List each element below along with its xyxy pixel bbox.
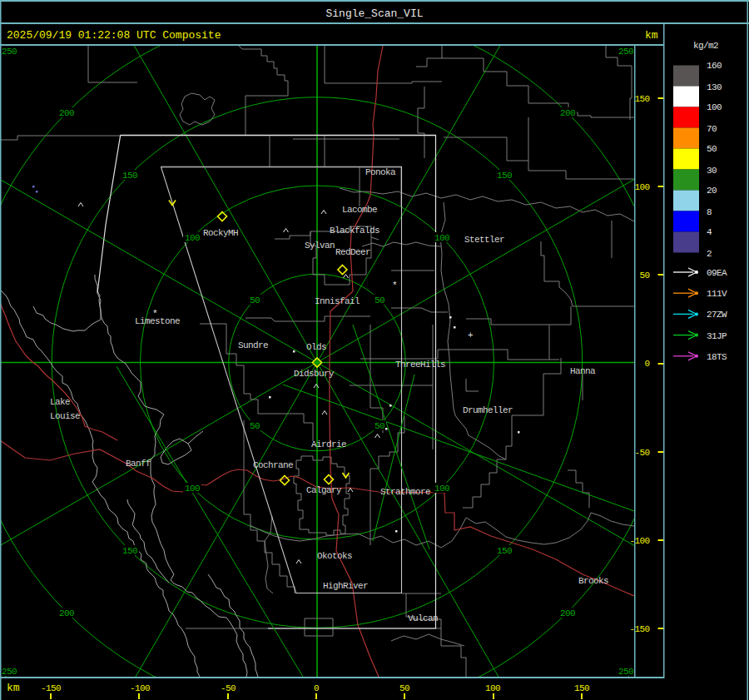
svg-text:250: 250 (618, 47, 633, 57)
svg-text:0: 0 (644, 359, 649, 369)
svg-text:Hanna: Hanna (570, 366, 596, 376)
svg-text:250: 250 (618, 667, 633, 677)
svg-text:50: 50 (374, 295, 384, 305)
svg-text:Banff: Banff (126, 459, 151, 469)
svg-text:100: 100 (707, 102, 722, 112)
svg-text:200: 200 (59, 108, 74, 118)
svg-text:Sylvan: Sylvan (305, 241, 335, 251)
svg-text:50: 50 (374, 421, 384, 431)
svg-text:-100: -100 (130, 683, 150, 693)
svg-text:250: 250 (2, 667, 17, 677)
svg-text:50: 50 (250, 421, 260, 431)
svg-text:Innisfail: Innisfail (315, 296, 360, 306)
svg-text:8: 8 (707, 207, 712, 217)
svg-text:250: 250 (2, 47, 17, 57)
svg-text:18TS: 18TS (707, 352, 727, 362)
svg-text:100: 100 (634, 182, 649, 192)
svg-text:Blackfalds: Blackfalds (330, 226, 379, 236)
svg-text:-150: -150 (629, 624, 649, 634)
svg-text:50: 50 (639, 271, 649, 280)
svg-text:200: 200 (59, 608, 74, 618)
svg-text:Vulcan: Vulcan (408, 613, 438, 623)
svg-text:160: 160 (707, 61, 722, 71)
svg-text:ThreeHills: ThreeHills (395, 360, 445, 370)
svg-text:09EA: 09EA (707, 268, 727, 278)
svg-text:2: 2 (707, 249, 712, 259)
svg-text:Didsbury: Didsbury (294, 369, 335, 379)
svg-text:27ZW: 27ZW (707, 310, 727, 320)
svg-text:150: 150 (122, 546, 137, 556)
svg-text:Brooks: Brooks (578, 576, 608, 586)
svg-text:-50: -50 (634, 448, 649, 458)
svg-text:150: 150 (634, 94, 649, 104)
svg-text:50: 50 (250, 295, 260, 305)
svg-text:Lacombe: Lacombe (342, 205, 377, 215)
svg-text:0: 0 (314, 683, 319, 693)
svg-text:Airdrie: Airdrie (311, 439, 346, 449)
svg-text:50: 50 (399, 683, 409, 693)
svg-text:Sundre: Sundre (238, 340, 268, 350)
svg-text:50: 50 (707, 144, 717, 154)
svg-text:100: 100 (185, 484, 200, 494)
svg-text:20: 20 (707, 186, 717, 196)
svg-text:111V: 111V (707, 289, 727, 299)
svg-text:-100: -100 (629, 536, 649, 546)
svg-text:100: 100 (434, 484, 449, 494)
svg-text:+: + (468, 330, 473, 340)
svg-text:-50: -50 (221, 683, 236, 693)
svg-text:30: 30 (707, 166, 717, 176)
svg-text:Cochrane: Cochrane (253, 460, 293, 470)
svg-text:Olds: Olds (306, 342, 326, 352)
svg-text:130: 130 (707, 82, 722, 92)
svg-text:150: 150 (574, 683, 589, 693)
svg-text:km: km (7, 682, 20, 694)
svg-text:Drumheller: Drumheller (463, 405, 513, 415)
svg-text:4: 4 (707, 227, 712, 237)
svg-text:RedDeer: RedDeer (335, 247, 370, 257)
svg-text:100: 100 (185, 233, 200, 243)
svg-text:kg/m2: kg/m2 (693, 41, 718, 51)
svg-text:km: km (645, 29, 658, 42)
svg-text:100: 100 (485, 683, 500, 693)
svg-text:70: 70 (707, 124, 717, 134)
svg-text:2025/09/19 01:22:08 UTC Compos: 2025/09/19 01:22:08 UTC Composite (7, 29, 221, 42)
svg-text:Lake: Lake (50, 397, 70, 407)
svg-text:200: 200 (560, 608, 575, 618)
svg-text:31JP: 31JP (707, 331, 727, 341)
svg-text:Calgary: Calgary (306, 485, 342, 495)
svg-text:150: 150 (497, 546, 512, 556)
svg-text:200: 200 (560, 108, 575, 118)
svg-text:150: 150 (122, 171, 137, 181)
svg-text:100: 100 (434, 233, 449, 243)
svg-text:Ponoka: Ponoka (365, 167, 396, 177)
svg-text:*: * (392, 280, 397, 290)
svg-text:Single_Scan_VIL: Single_Scan_VIL (325, 7, 423, 20)
svg-text:150: 150 (497, 171, 512, 181)
svg-text:*: * (152, 309, 157, 319)
svg-text:Stettler: Stettler (464, 235, 504, 245)
svg-text:Strathmore: Strathmore (380, 487, 430, 497)
svg-text:HighRiver: HighRiver (323, 581, 368, 591)
svg-text:Louise: Louise (50, 411, 80, 421)
svg-text:Okotoks: Okotoks (317, 551, 352, 561)
svg-text:RockyMH: RockyMH (203, 228, 238, 238)
svg-text:-150: -150 (41, 683, 61, 693)
